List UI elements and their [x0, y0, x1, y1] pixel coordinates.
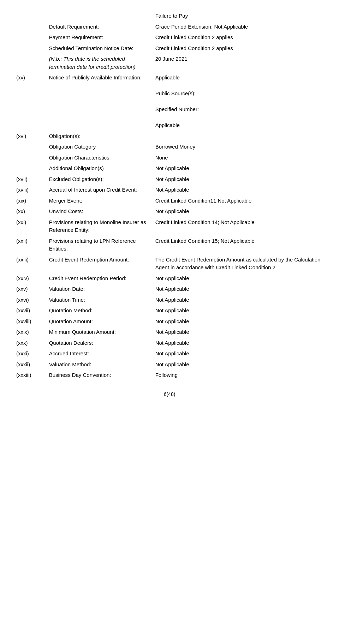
table-row: Scheduled Termination Notice Date:Credit…: [14, 43, 325, 54]
roman-numeral: [14, 142, 47, 152]
roman-numeral: [14, 152, 47, 163]
table-row: (xxv)Valuation Date:Not Applicable: [14, 284, 325, 295]
row-value: Not Applicable: [153, 185, 325, 195]
row-value: Not Applicable: [153, 327, 325, 338]
table-row: (xxiii)Credit Event Redemption Amount:Th…: [14, 254, 325, 273]
roman-numeral: (xxv): [14, 284, 47, 295]
row-label: Additional Obligation(s): [47, 163, 153, 174]
row-value: Credit Linked Condition 14; Not Applicab…: [153, 217, 325, 236]
table-row: (xxx)Quotation Dealers:Not Applicable: [14, 338, 325, 349]
table-row: (xxi)Provisions relating to Monoline Ins…: [14, 217, 325, 236]
table-row: Default Requirement:Grace Period Extensi…: [14, 22, 325, 32]
table-row: (xxxii)Valuation Method:Not Applicable: [14, 359, 325, 370]
roman-numeral: (xxxi): [14, 348, 47, 359]
roman-numeral: (xxiv): [14, 273, 47, 284]
roman-numeral: (xxii): [14, 236, 47, 254]
roman-numeral: [14, 22, 47, 32]
row-label: Credit Event Redemption Amount:: [47, 254, 153, 273]
row-value: Failure to Pay: [153, 11, 325, 22]
table-row: (xv)Notice of Publicly Available Informa…: [14, 72, 325, 131]
row-value: Not Applicable: [153, 163, 325, 174]
row-label: Valuation Method:: [47, 359, 153, 370]
row-label: Obligation(s):: [47, 131, 153, 142]
table-row: (xxxiii)Business Day Convention:Followin…: [14, 370, 325, 381]
row-value: Not Applicable: [153, 273, 325, 284]
row-label: Credit Event Redemption Period:: [47, 273, 153, 284]
roman-numeral: (xxiii): [14, 254, 47, 273]
table-row: Payment Requirement:Credit Linked Condit…: [14, 32, 325, 43]
roman-numeral: (xxxii): [14, 359, 47, 370]
row-label: Quotation Dealers:: [47, 338, 153, 349]
page-footer: 6(48): [14, 391, 325, 397]
table-row: (xxvii)Quotation Method:Not Applicable: [14, 305, 325, 316]
roman-numeral: (xvi): [14, 131, 47, 142]
roman-numeral: (xix): [14, 195, 47, 206]
row-value: Grace Period Extension: Not Applicable: [153, 22, 325, 32]
row-value: Following: [153, 370, 325, 381]
row-label: Minimum Quotation Amount:: [47, 327, 153, 338]
row-value: Borrowed Money: [153, 142, 325, 152]
roman-numeral: [14, 32, 47, 43]
row-value: Not Applicable: [153, 206, 325, 217]
row-value: None: [153, 152, 325, 163]
table-row: Additional Obligation(s)Not Applicable: [14, 163, 325, 174]
main-table: Failure to PayDefault Requirement:Grace …: [14, 11, 325, 381]
row-label: Default Requirement:: [47, 22, 153, 32]
table-row: (xxxi)Accrued Interest:Not Applicable: [14, 348, 325, 359]
row-label: Business Day Convention:: [47, 370, 153, 381]
row-value: Not Applicable: [153, 338, 325, 349]
table-row: (xxiv)Credit Event Redemption Period:Not…: [14, 273, 325, 284]
roman-numeral: [14, 11, 47, 22]
row-value: Not Applicable: [153, 305, 325, 316]
roman-numeral: (xx): [14, 206, 47, 217]
table-row: (N.b.: This date is the scheduled termin…: [14, 54, 325, 72]
row-label: Excluded Obligation(s):: [47, 174, 153, 185]
table-row: Obligation CategoryBorrowed Money: [14, 142, 325, 152]
table-row: (xxix)Minimum Quotation Amount:Not Appli…: [14, 327, 325, 338]
row-label: [47, 11, 153, 22]
roman-numeral: [14, 54, 47, 72]
roman-numeral: (xxi): [14, 217, 47, 236]
row-value: Not Applicable: [153, 284, 325, 295]
row-value: Not Applicable: [153, 174, 325, 185]
row-label: Valuation Date:: [47, 284, 153, 295]
row-label: Notice of Publicly Available Information…: [47, 72, 153, 131]
table-row: (xix)Merger Event:Credit Linked Conditio…: [14, 195, 325, 206]
row-value: Credit Linked Condition11;Not Applicable: [153, 195, 325, 206]
row-value: Credit Linked Condition 15; Not Applicab…: [153, 236, 325, 254]
roman-numeral: (xxix): [14, 327, 47, 338]
roman-numeral: (xxviii): [14, 316, 47, 327]
row-value: The Credit Event Redemption Amount as ca…: [153, 254, 325, 273]
table-row: (xviii)Accrual of Interest upon Credit E…: [14, 185, 325, 195]
row-value: 20 June 2021: [153, 54, 325, 72]
row-label: Accrued Interest:: [47, 348, 153, 359]
roman-numeral: (xv): [14, 72, 47, 131]
table-row: (xvi)Obligation(s):: [14, 131, 325, 142]
roman-numeral: (xxvii): [14, 305, 47, 316]
roman-numeral: (xviii): [14, 185, 47, 195]
row-label: Obligation Category: [47, 142, 153, 152]
row-value: Not Applicable: [153, 295, 325, 306]
row-value: ApplicablePublic Source(s):Specified Num…: [153, 72, 325, 131]
row-value: Not Applicable: [153, 316, 325, 327]
row-value: Credit Linked Condition 2 applies: [153, 43, 325, 54]
row-label: Merger Event:: [47, 195, 153, 206]
table-row: Failure to Pay: [14, 11, 325, 22]
table-row: (xxvi)Valuation Time:Not Applicable: [14, 295, 325, 306]
row-label: Scheduled Termination Notice Date:: [47, 43, 153, 54]
row-label: Valuation Time:: [47, 295, 153, 306]
roman-numeral: (xxvi): [14, 295, 47, 306]
table-row: (xvii)Excluded Obligation(s):Not Applica…: [14, 174, 325, 185]
row-label: Obligation Characteristics: [47, 152, 153, 163]
roman-numeral: (xxxiii): [14, 370, 47, 381]
table-row: (xxviii)Quotation Amount:Not Applicable: [14, 316, 325, 327]
roman-numeral: [14, 43, 47, 54]
row-value: Not Applicable: [153, 348, 325, 359]
row-value: Credit Linked Condition 2 applies: [153, 32, 325, 43]
row-label: Quotation Amount:: [47, 316, 153, 327]
row-value: Not Applicable: [153, 359, 325, 370]
row-label: (N.b.: This date is the scheduled termin…: [47, 54, 153, 72]
table-row: Obligation CharacteristicsNone: [14, 152, 325, 163]
table-row: (xxii)Provisions relating to LPN Referen…: [14, 236, 325, 254]
roman-numeral: [14, 163, 47, 174]
